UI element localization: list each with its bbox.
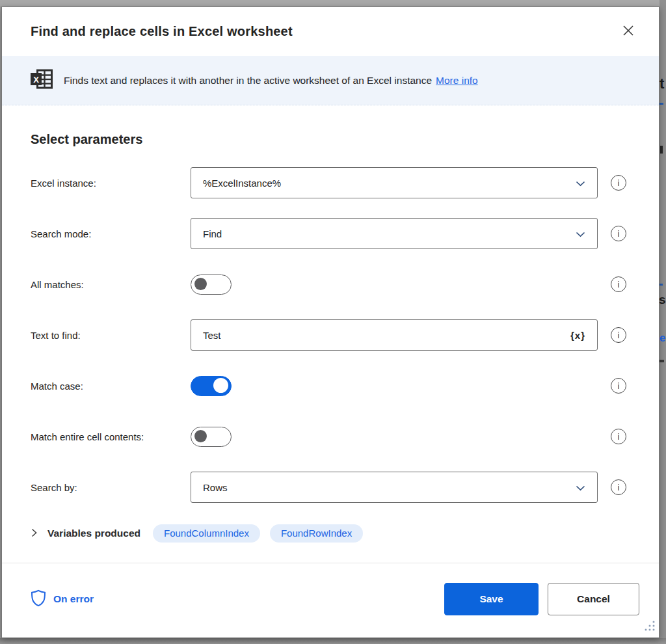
background-page-fragment: e bbox=[659, 332, 666, 345]
footer-buttons: Save Cancel bbox=[444, 583, 639, 615]
background-page-top bbox=[0, 0, 666, 7]
search-by-combobox[interactable]: Rows bbox=[191, 472, 598, 503]
variable-chip-found-row-index[interactable]: FoundRowIndex bbox=[270, 524, 363, 543]
toggle-knob bbox=[213, 378, 228, 393]
cancel-button[interactable]: Cancel bbox=[548, 583, 639, 615]
background-page-fragment: t bbox=[659, 75, 666, 92]
field-label: Match entire cell contents: bbox=[31, 431, 191, 442]
dialog-footer: On error Save Cancel bbox=[2, 567, 659, 637]
save-button[interactable]: Save bbox=[444, 583, 539, 615]
parameter-row-text-to-find: Text to find: Test {x} i bbox=[31, 319, 639, 351]
search-mode-combobox[interactable]: Find bbox=[191, 218, 598, 249]
chevron-down-icon bbox=[576, 178, 585, 189]
excel-icon: X bbox=[31, 69, 53, 92]
field-label: All matches: bbox=[31, 279, 191, 290]
resize-gripper[interactable] bbox=[643, 619, 656, 634]
info-icon[interactable]: i bbox=[611, 378, 626, 394]
field-label: Match case: bbox=[31, 381, 191, 392]
dialog-body: Select parameters Excel instance: %Excel… bbox=[2, 105, 659, 567]
info-icon[interactable]: i bbox=[611, 226, 626, 241]
match-entire-cell-toggle[interactable] bbox=[191, 427, 232, 447]
background-page-right bbox=[659, 0, 666, 644]
toggle-knob bbox=[194, 430, 207, 442]
parameter-row-excel-instance: Excel instance: %ExcelInstance% i bbox=[31, 167, 639, 198]
section-title: Select parameters bbox=[31, 132, 639, 147]
action-description: Finds text and replaces it with another … bbox=[64, 75, 478, 87]
info-icon[interactable]: i bbox=[611, 429, 626, 444]
field-label: Excel instance: bbox=[31, 178, 191, 189]
field-label: Text to find: bbox=[31, 330, 191, 341]
shield-icon bbox=[31, 589, 46, 609]
input-value: Test bbox=[203, 330, 221, 341]
variables-produced-row: Variables produced FoundColumnIndex Foun… bbox=[31, 524, 639, 543]
info-icon[interactable]: i bbox=[611, 175, 626, 191]
parameter-row-match-entire-cell: Match entire cell contents: i bbox=[31, 421, 639, 452]
parameter-row-search-by: Search by: Rows i bbox=[31, 472, 639, 503]
field-label: Search by: bbox=[31, 482, 191, 493]
more-info-link[interactable]: More info bbox=[436, 75, 478, 86]
background-page-fragment bbox=[659, 360, 664, 362]
background-page-fragment bbox=[659, 103, 663, 105]
on-error-label: On error bbox=[53, 593, 94, 605]
all-matches-toggle[interactable] bbox=[191, 275, 232, 295]
text-to-find-input[interactable]: Test {x} bbox=[191, 319, 598, 351]
on-error-button[interactable]: On error bbox=[31, 589, 94, 609]
excel-instance-combobox[interactable]: %ExcelInstance% bbox=[191, 167, 598, 198]
match-case-toggle[interactable] bbox=[191, 376, 232, 396]
dialog-header: Find and replace cells in Excel workshee… bbox=[2, 7, 659, 56]
variable-picker-icon[interactable]: {x} bbox=[570, 330, 585, 341]
dialog-title: Find and replace cells in Excel workshee… bbox=[31, 24, 293, 39]
background-page-fragment bbox=[660, 146, 663, 154]
chevron-down-icon bbox=[576, 482, 585, 493]
info-icon[interactable]: i bbox=[611, 276, 626, 292]
parameter-row-match-case: Match case: i bbox=[31, 370, 639, 401]
svg-text:X: X bbox=[33, 75, 39, 85]
variable-chip-found-column-index[interactable]: FoundColumnIndex bbox=[153, 524, 260, 543]
variables-expander-button[interactable] bbox=[31, 528, 38, 539]
close-icon bbox=[622, 24, 635, 39]
field-label: Search mode: bbox=[31, 228, 191, 239]
background-page-bottom bbox=[0, 638, 666, 644]
info-icon[interactable]: i bbox=[611, 327, 626, 343]
combobox-value: Find bbox=[203, 228, 222, 239]
background-page-fragment: s bbox=[659, 293, 666, 307]
parameter-row-search-mode: Search mode: Find i bbox=[31, 218, 639, 249]
variables-produced-label: Variables produced bbox=[47, 528, 140, 539]
footer-divider bbox=[2, 563, 659, 563]
chevron-right-icon bbox=[31, 528, 38, 539]
description-banner: X Finds text and replaces it with anothe… bbox=[2, 56, 659, 105]
chevron-down-icon bbox=[576, 228, 585, 239]
toggle-knob bbox=[194, 278, 207, 290]
info-icon[interactable]: i bbox=[611, 479, 626, 495]
parameter-row-all-matches: All matches: i bbox=[31, 269, 639, 300]
combobox-value: Rows bbox=[203, 482, 228, 493]
action-dialog: Find and replace cells in Excel workshee… bbox=[1, 7, 659, 638]
close-button[interactable] bbox=[617, 21, 639, 43]
combobox-value: %ExcelInstance% bbox=[203, 178, 281, 189]
